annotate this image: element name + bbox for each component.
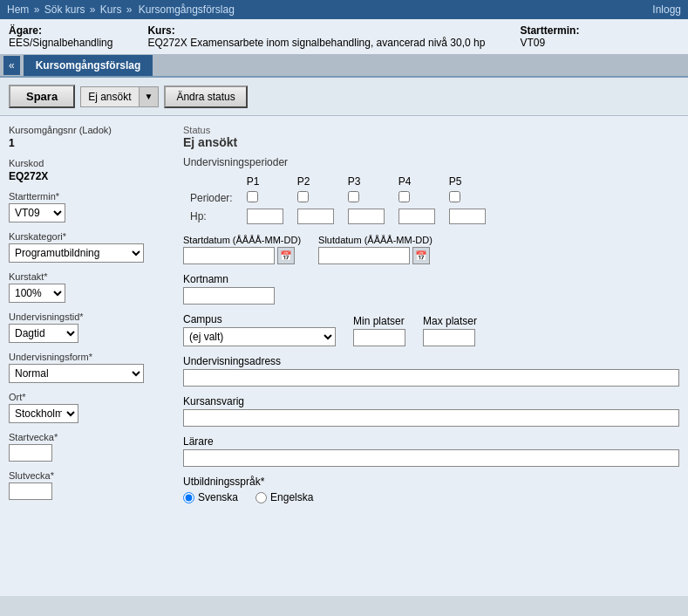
starttermin-select[interactable]: VT09 (9, 203, 65, 222)
kortnamn-section: Kortnamn (183, 273, 679, 305)
p2-header: P2 (290, 174, 341, 189)
hp-label-cell: Hp: (183, 207, 240, 226)
slutvecka-input[interactable] (9, 483, 52, 500)
tab-kursomgangsforslag[interactable]: Kursomgångsförslag (24, 55, 153, 76)
undervisningsform-select[interactable]: Normal (9, 364, 144, 383)
kurskategori-label: Kurskategori* (9, 231, 174, 242)
status-section: Status Ej ansökt (183, 125, 679, 149)
change-status-button[interactable]: Ändra status (164, 86, 247, 108)
startdatum-input[interactable] (183, 247, 275, 264)
p4-checkbox[interactable] (398, 191, 410, 202)
p2-checkbox[interactable] (297, 191, 309, 202)
kurs-value: EQ272X Examensarbete inom signalbehandli… (147, 37, 485, 49)
p5-hp-input[interactable] (449, 209, 486, 224)
ort-label: Ort* (9, 392, 174, 402)
svenska-radio[interactable] (183, 492, 194, 503)
p5-checkbox-cell (442, 189, 493, 207)
kurskod-value: EQ272X (9, 170, 174, 182)
kurstakt-group: Kurstakt* 100% (9, 271, 174, 303)
ort-select[interactable]: Stockholm (9, 404, 78, 423)
date-row: Startdatum (ÅÅÅÅ-MM-DD) 📅 Slutdatum (ÅÅÅ… (183, 235, 679, 264)
status-dropdown-arrow[interactable]: ▼ (139, 86, 160, 107)
breadcrumb-current: Kursomgångsförslag (139, 3, 235, 16)
campus-field: Campus (ej valt) (183, 313, 336, 346)
agare-field: Ägare: EES/Signalbehandling (9, 24, 112, 49)
perioder-label-cell: Perioder: (183, 189, 240, 207)
login-link[interactable]: Inlogg (652, 3, 681, 16)
p4-header: P4 (392, 174, 442, 189)
kurstakt-label: Kurstakt* (9, 271, 174, 282)
status-dropdown-wrap: Ej ansökt ▼ (80, 86, 159, 107)
agare-label: Ägare: (9, 24, 112, 37)
max-platser-field: Max platser (423, 315, 477, 346)
p1-hp-cell (240, 207, 290, 226)
undervisningstid-label: Undervisningstid* (9, 311, 174, 322)
slutdatum-calendar-icon[interactable]: 📅 (412, 247, 430, 264)
kurskod-group: Kurskod EQ272X (9, 158, 174, 182)
agare-value: EES/Signalbehandling (9, 37, 112, 49)
status-label-text: Status (183, 125, 679, 135)
campus-row: Campus (ej valt) Min platser Max platser (183, 313, 679, 346)
max-platser-input[interactable] (423, 329, 475, 346)
tab-nav-arrow[interactable]: « (3, 56, 20, 75)
breadcrumb-kurs[interactable]: Kurs (100, 3, 122, 16)
engelska-option: Engelska (255, 491, 313, 503)
p2-hp-cell (290, 207, 341, 226)
starttermin-header-value: VT09 (520, 37, 545, 49)
kursansvarig-row: Kursansvarig (183, 395, 679, 427)
larare-input[interactable] (183, 449, 679, 467)
undervisningsadress-label: Undervisningsadress (183, 355, 679, 367)
top-bar: Hem » Sök kurs » Kurs » Kursomgångsförsl… (0, 0, 688, 19)
engelska-radio[interactable] (255, 492, 267, 503)
kursansvarig-input[interactable] (183, 409, 679, 427)
startvecka-input[interactable] (9, 444, 52, 462)
p2-hp-input[interactable] (297, 209, 334, 224)
p1-checkbox[interactable] (247, 191, 258, 202)
p1-header: P1 (240, 174, 290, 189)
slutdatum-input[interactable] (318, 247, 410, 264)
breadcrumb-hem[interactable]: Hem (7, 3, 29, 16)
status-value: Ej ansökt (183, 135, 679, 149)
min-platser-field: Min platser (353, 315, 405, 346)
main-content: Kursomgångsnr (Ladok) 1 Kurskod EQ272X S… (0, 116, 688, 596)
startdatum-calendar-icon[interactable]: 📅 (277, 247, 295, 264)
undervisningstid-select[interactable]: Dagtid (9, 324, 78, 343)
kursomgangsnr-value: 1 (9, 137, 174, 149)
p3-checkbox[interactable] (348, 191, 359, 202)
p3-hp-cell (341, 207, 392, 226)
undervisningsadress-input[interactable] (183, 369, 679, 387)
svenska-label: Svenska (198, 491, 238, 503)
perioder-checkbox-row: Perioder: (183, 189, 493, 207)
startvecka-label: Startvecka* (9, 432, 174, 442)
p3-hp-input[interactable] (348, 209, 385, 224)
kursomgangsnr-label: Kursomgångsnr (Ladok) (9, 125, 174, 135)
slutvecka-label: Slutvecka* (9, 470, 174, 481)
startdatum-label: Startdatum (ÅÅÅÅ-MM-DD) (183, 235, 301, 245)
ort-group: Ort* Stockholm (9, 392, 174, 423)
p1-checkbox-cell (240, 189, 290, 207)
min-platser-label: Min platser (353, 315, 405, 327)
p5-checkbox[interactable] (449, 191, 460, 202)
svenska-option: Svenska (183, 491, 238, 503)
breadcrumb-sok-kurs[interactable]: Sök kurs (44, 3, 85, 16)
kurstakt-select[interactable]: 100% (9, 284, 65, 303)
save-button[interactable]: Spara (9, 85, 75, 108)
kursomgangsnr-group: Kursomgångsnr (Ladok) 1 (9, 125, 174, 149)
tab-bar: « Kursomgångsförslag (0, 55, 688, 78)
p1-hp-input[interactable] (247, 209, 283, 224)
kursansvarig-label: Kursansvarig (183, 395, 679, 407)
perioder-header-row: P1 P2 P3 P4 P5 (183, 174, 493, 189)
larare-row: Lärare (183, 435, 679, 467)
language-section: Utbildningsspråk* Svenska Engelska (183, 476, 679, 503)
kortnamn-input[interactable] (183, 287, 275, 305)
campus-select[interactable]: (ej valt) (183, 327, 336, 346)
min-platser-input[interactable] (353, 329, 405, 346)
slutvecka-group: Slutvecka* (9, 470, 174, 500)
p4-checkbox-cell (392, 189, 442, 207)
p4-hp-input[interactable] (398, 209, 435, 224)
kurskategori-select[interactable]: Programutbildning (9, 243, 144, 263)
undervisningsadress-row: Undervisningsadress (183, 355, 679, 387)
p5-header: P5 (442, 174, 493, 189)
starttermin-header-label: Starttermin: (520, 24, 579, 37)
p3-header: P3 (341, 174, 392, 189)
